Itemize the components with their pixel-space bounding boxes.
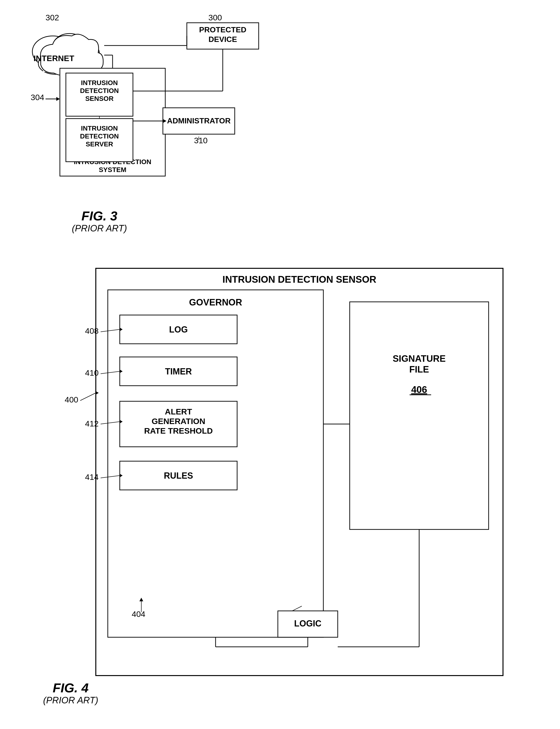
ref-408: 408 xyxy=(85,326,99,335)
ref-404: 404 xyxy=(132,609,145,619)
ref-304: 304 xyxy=(31,93,44,102)
ids-outer-label: INTRUSION DETECTION SENSOR xyxy=(223,274,376,285)
fig4-subtitle: (PRIOR ART) xyxy=(43,695,98,706)
ids-server-label-3: SERVER xyxy=(86,140,113,148)
ref-412: 412 xyxy=(85,419,99,428)
ids-system-label-2: SYSTEM xyxy=(99,166,126,173)
fig4-diagram: INTRUSION DETECTION SENSOR GOVERNOR LOG … xyxy=(14,254,541,709)
ids-sensor-label-3: SENSOR xyxy=(85,95,114,102)
ids-server-label-1: INTRUSION xyxy=(81,125,118,132)
fig3-caption: FIG. 3 (PRIOR ART) xyxy=(72,208,127,234)
ids-sensor-label-1: INTRUSION xyxy=(81,79,118,86)
ref-400: 400 xyxy=(65,395,78,404)
governor-label: GOVERNOR xyxy=(189,297,242,307)
ref-302: 302 xyxy=(46,13,59,22)
fig3-title: FIG. 3 xyxy=(72,208,127,223)
sig-file-num: 406 xyxy=(411,384,427,395)
protected-device-label-1: PROTECTED xyxy=(199,25,246,34)
ids-server-label-2: DETECTION xyxy=(80,132,119,140)
protected-device-label-2: DEVICE xyxy=(208,35,237,44)
log-label: LOG xyxy=(169,325,188,334)
alert-label-2: GENERATION xyxy=(152,417,205,426)
ref-414: 414 xyxy=(85,472,99,482)
timer-label: TIMER xyxy=(165,367,192,376)
internet-label: INTERNET xyxy=(34,54,74,63)
ids-sensor-label-2: DETECTION xyxy=(80,87,119,94)
fig3-diagram: 302 INTERNET 304 300 PROTECTED DEVICE xyxy=(14,7,302,204)
sig-file-label-1: SIGNATURE xyxy=(393,354,446,364)
sig-file-label-2: FILE xyxy=(409,364,429,374)
fig4-caption: FIG. 4 (PRIOR ART) xyxy=(43,680,98,706)
administrator-label: ADMINISTRATOR xyxy=(167,116,230,125)
svg-line-31 xyxy=(80,393,96,401)
ref-410: 410 xyxy=(85,368,99,377)
rules-label: RULES xyxy=(164,471,193,481)
page: 302 INTERNET 304 300 PROTECTED DEVICE xyxy=(0,0,560,729)
fig3-subtitle: (PRIOR ART) xyxy=(72,223,127,234)
svg-marker-7 xyxy=(56,97,60,101)
alert-label-1: ALERT xyxy=(165,407,192,416)
logic-label: LOGIC xyxy=(294,619,321,628)
ref-310: 310 xyxy=(194,136,208,145)
signature-file-box xyxy=(350,302,489,529)
alert-label-3: RATE TRESHOLD xyxy=(144,426,213,435)
ref-300: 300 xyxy=(208,13,222,22)
fig4-title: FIG. 4 xyxy=(43,680,98,695)
